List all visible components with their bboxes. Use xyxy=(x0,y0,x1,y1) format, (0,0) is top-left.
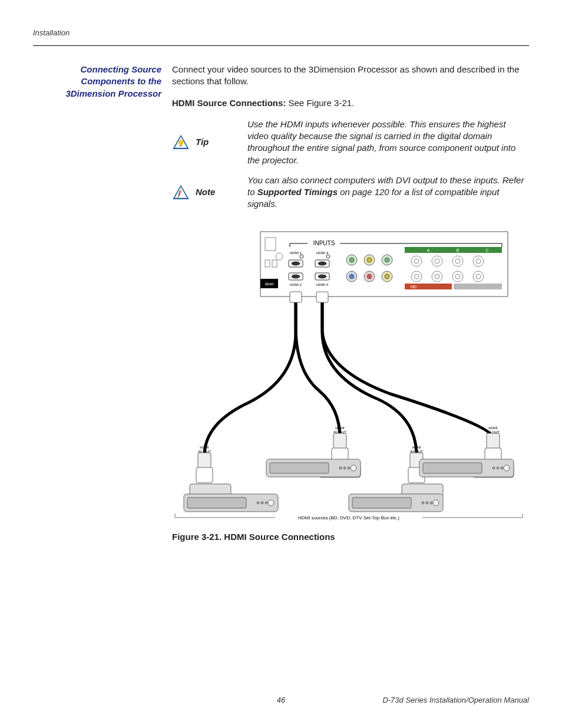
svg-point-109 xyxy=(426,502,428,504)
fig-inputs-label: INPUTS xyxy=(313,240,335,246)
page-number: 46 xyxy=(33,696,529,704)
tip-label: Tip xyxy=(196,136,209,148)
note-label: Note xyxy=(196,186,215,198)
figure-wrap: INPUTS HDMI 1 HDMI 3 xyxy=(172,226,529,543)
svg-point-94 xyxy=(492,467,495,469)
svg-point-96 xyxy=(501,467,503,469)
hdmi-subhead-line: HDMI Source Connections: See Figure 3-21… xyxy=(172,97,529,109)
tip-callout: Tip Use the HDMI inputs whenever possibl… xyxy=(172,118,529,166)
svg-text:HDMI 3: HDMI 3 xyxy=(316,251,329,255)
svg-point-25 xyxy=(318,275,326,278)
svg-point-93 xyxy=(504,465,510,471)
svg-text:C: C xyxy=(485,248,488,252)
svg-point-55 xyxy=(455,259,460,263)
side-heading: Connecting Source Components to the 3Dim… xyxy=(33,64,161,100)
svg-rect-72 xyxy=(196,467,213,483)
svg-point-63 xyxy=(455,274,460,279)
svg-rect-92 xyxy=(423,463,482,473)
svg-text:HDMIAV OUT: HDMIAV OUT xyxy=(198,446,211,453)
svg-text:HDMI 2: HDMI 2 xyxy=(290,283,302,286)
main-column: Connect your video sources to the 3Dimen… xyxy=(172,64,529,543)
footer: 46 D-73d Series Installation/Operation M… xyxy=(33,696,529,704)
svg-point-43 xyxy=(367,274,372,279)
svg-point-16 xyxy=(300,255,303,258)
svg-point-95 xyxy=(497,467,499,469)
side-column: Connecting Source Components to the 3Dim… xyxy=(33,64,172,543)
svg-rect-85 xyxy=(270,463,329,473)
svg-point-39 xyxy=(385,258,389,262)
svg-point-87 xyxy=(339,467,342,469)
figure-svg: INPUTS HDMI 1 HDMI 3 xyxy=(172,226,525,521)
svg-point-31 xyxy=(276,253,283,260)
note-strong: Supported Timings xyxy=(257,187,338,197)
intro-paragraph: Connect your video sources to the 3Dimen… xyxy=(172,64,529,88)
svg-point-103 xyxy=(265,502,267,504)
svg-point-24 xyxy=(292,275,300,278)
svg-point-41 xyxy=(349,274,354,279)
svg-point-108 xyxy=(422,502,424,504)
svg-point-107 xyxy=(433,500,439,506)
svg-point-53 xyxy=(435,259,439,263)
svg-rect-69 xyxy=(290,292,302,302)
tip-text: Use the HDMI inputs whenever possible. T… xyxy=(247,118,529,166)
content: Connecting Source Components to the 3Dim… xyxy=(33,64,529,543)
svg-text:HDMIAV OUT: HDMIAV OUT xyxy=(333,426,346,434)
svg-point-86 xyxy=(351,465,356,471)
svg-rect-3 xyxy=(180,145,181,146)
svg-text:HDMIAV OUT: HDMIAV OUT xyxy=(410,446,423,453)
svg-point-23 xyxy=(318,262,326,265)
fig-bottom-label: HDMI sources (BD, DVD, DTV Set-Top Box e… xyxy=(298,515,399,521)
svg-text:A: A xyxy=(427,248,430,252)
svg-rect-32 xyxy=(265,260,270,267)
note-text: You can also connect computers with DVI … xyxy=(247,174,529,210)
svg-text:HD: HD xyxy=(411,285,416,289)
hdmi-subhead: HDMI Source Connections: xyxy=(172,98,286,108)
svg-point-88 xyxy=(343,467,346,469)
svg-text:HDMI 4: HDMI 4 xyxy=(316,283,329,286)
svg-marker-5 xyxy=(174,187,187,198)
svg-point-61 xyxy=(435,274,439,279)
svg-rect-70 xyxy=(316,292,328,302)
svg-point-101 xyxy=(257,502,259,504)
svg-point-110 xyxy=(430,502,432,504)
running-head: Installation xyxy=(33,28,529,37)
svg-rect-67 xyxy=(454,284,502,289)
svg-text:sion: sion xyxy=(265,281,274,286)
svg-point-37 xyxy=(367,258,372,262)
divider xyxy=(33,45,529,46)
svg-text:HDMI 1: HDMI 1 xyxy=(290,251,302,255)
svg-text:HDMIAV OUT: HDMIAV OUT xyxy=(487,426,500,434)
note-icon-col: Note xyxy=(172,174,247,210)
svg-point-89 xyxy=(348,467,350,469)
svg-point-100 xyxy=(268,500,274,506)
svg-point-2 xyxy=(178,140,183,145)
svg-rect-33 xyxy=(272,260,277,267)
note-pencil-icon xyxy=(172,185,190,200)
svg-point-51 xyxy=(414,259,419,263)
tip-bulb-icon xyxy=(172,134,190,150)
svg-rect-30 xyxy=(265,238,276,251)
svg-point-59 xyxy=(414,274,419,279)
svg-point-17 xyxy=(326,255,330,258)
svg-point-35 xyxy=(349,258,354,262)
svg-rect-106 xyxy=(352,498,411,508)
svg-point-22 xyxy=(292,262,300,265)
svg-point-45 xyxy=(385,274,389,279)
svg-point-65 xyxy=(476,274,481,279)
svg-text:B: B xyxy=(457,248,459,252)
tip-icon-col: Tip xyxy=(172,118,247,166)
svg-rect-99 xyxy=(187,498,246,508)
hdmi-subhead-rest: See Figure 3-21. xyxy=(286,98,354,108)
svg-point-57 xyxy=(476,259,481,263)
note-callout: Note You can also connect computers with… xyxy=(172,174,529,210)
svg-point-102 xyxy=(261,502,263,504)
figure-caption: Figure 3-21. HDMI Source Connections xyxy=(172,531,529,543)
